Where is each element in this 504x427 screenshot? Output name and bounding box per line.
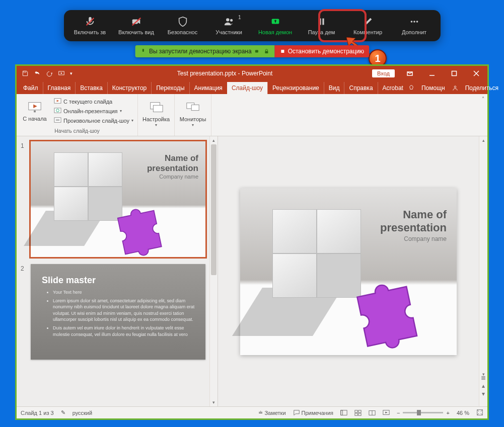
zoom-out-button[interactable]: − xyxy=(397,410,400,416)
redo-icon[interactable] xyxy=(46,70,53,77)
ribbon-display-button[interactable] xyxy=(399,66,421,81)
minimize-button[interactable] xyxy=(421,66,443,81)
from-current-label: С текущего слайда xyxy=(63,99,112,105)
zoom-slider[interactable]: − + xyxy=(397,410,450,416)
save-icon[interactable] xyxy=(22,70,29,77)
fit-window-button[interactable] xyxy=(476,409,483,417)
close-button[interactable] xyxy=(465,66,487,81)
svg-rect-23 xyxy=(34,111,36,113)
collapse-ribbon-icon[interactable]: ˄ xyxy=(482,96,484,102)
share-icon xyxy=(270,16,281,27)
from-current-button[interactable]: С текущего слайда xyxy=(53,97,134,106)
svg-rect-7 xyxy=(322,19,324,25)
thumbnails-scrollbar[interactable]: ▴ ▾ xyxy=(209,136,218,406)
zoom-participants-label: Участники xyxy=(215,29,242,35)
zoom-annotate-label: Комментир xyxy=(353,29,382,35)
custom-slideshow-label: Произвольное слайд-шоу xyxy=(63,118,129,124)
svg-rect-29 xyxy=(153,105,163,112)
language-indicator[interactable]: русский xyxy=(73,410,92,416)
svg-rect-36 xyxy=(355,413,357,415)
zoom-in-button[interactable]: + xyxy=(446,410,449,416)
pen-icon xyxy=(363,16,374,27)
from-beginning-label: С начала xyxy=(23,116,46,122)
zoom-security-label: Безопаснос xyxy=(168,29,197,35)
tab-file[interactable]: Файл xyxy=(19,82,43,94)
zoom-pause-share-button[interactable]: Пауза дем xyxy=(299,12,345,40)
participants-count: 1 xyxy=(238,15,241,20)
svg-rect-35 xyxy=(358,410,361,412)
tab-home[interactable]: Главная xyxy=(43,82,76,94)
svg-rect-31 xyxy=(191,105,199,110)
zoom-video-label: Включить вид xyxy=(118,29,154,35)
svg-point-10 xyxy=(416,21,418,23)
quick-access-toolbar: ▾ xyxy=(17,70,78,77)
zoom-security-button[interactable]: Безопаснос xyxy=(160,12,206,40)
window-controls xyxy=(399,66,487,81)
slide-thumbnail-1[interactable]: 1 Name ofpresentation xyxy=(17,139,209,262)
powerpoint-window: ▾ Test presentation.pptx - PowerPoint Вх… xyxy=(15,64,489,420)
login-button[interactable]: Вход xyxy=(372,69,395,77)
slide-title-line1: Name of xyxy=(403,208,447,221)
notes-button[interactable]: ≐Заметки xyxy=(258,409,285,416)
zoom-video-button[interactable]: Включить вид xyxy=(113,12,160,40)
svg-rect-12 xyxy=(265,51,268,54)
svg-rect-27 xyxy=(54,118,61,122)
setup-label: Настройка xyxy=(142,116,170,122)
thumb1-title-line2: presentation xyxy=(147,163,198,173)
spellcheck-icon[interactable]: ✎ xyxy=(61,409,65,416)
slide-nav-buttons[interactable]: ≣▴▾ xyxy=(479,374,487,397)
slide-canvas[interactable]: Name ofpresentation Company name xyxy=(240,188,457,355)
zoom-participants-button[interactable]: 1 Участники xyxy=(206,12,252,40)
maximize-button[interactable] xyxy=(443,66,465,81)
setup-button[interactable]: Настройка▾ xyxy=(141,100,171,128)
workspace: 1 Name ofpresentation xyxy=(17,136,487,406)
slideshow-quick-icon[interactable] xyxy=(58,70,65,77)
slide-counter: Слайд 1 из 3 xyxy=(21,410,54,416)
online-presentation-button[interactable]: Онлайн-презентация▾ xyxy=(53,107,134,115)
zoom-new-share-button[interactable]: Новая демон xyxy=(252,12,299,40)
editor-scrollbar[interactable]: ▴ ▾ ≣▴▾ xyxy=(479,136,487,406)
tab-design[interactable]: Конструктор xyxy=(107,82,151,94)
monitors-button[interactable]: Мониторы▾ xyxy=(178,100,208,128)
shield-icon xyxy=(177,16,188,27)
tab-review[interactable]: Рецензирование xyxy=(267,82,324,94)
qat-dropdown-icon[interactable]: ▾ xyxy=(70,71,73,76)
tab-insert[interactable]: Вставка xyxy=(75,82,107,94)
slide-subtitle: Company name xyxy=(404,235,447,242)
window-title: Test presentation.pptx - PowerPoint xyxy=(78,70,372,77)
share-button[interactable]: Поделиться xyxy=(461,82,503,94)
tab-acrobat[interactable]: Acrobat xyxy=(378,82,408,94)
monitors-label: Мониторы xyxy=(180,116,206,122)
comments-button[interactable]: Примечания xyxy=(293,409,334,416)
svg-point-3 xyxy=(226,18,229,21)
svg-rect-32 xyxy=(341,410,347,415)
tab-slideshow[interactable]: Слайд-шоу xyxy=(227,82,267,94)
view-normal-button[interactable] xyxy=(340,409,347,416)
zoom-annotate-button[interactable]: Комментир xyxy=(345,12,391,40)
from-beginning-button[interactable]: С начала xyxy=(20,100,50,122)
svg-rect-6 xyxy=(319,19,321,25)
custom-slideshow-button[interactable]: Произвольное слайд-шоу▾ xyxy=(53,116,134,125)
zoom-percent[interactable]: 46 % xyxy=(457,410,469,416)
tab-view[interactable]: Вид xyxy=(324,82,344,94)
people-icon xyxy=(224,16,235,27)
view-slideshow-button[interactable] xyxy=(383,409,390,416)
tab-animations[interactable]: Анимация xyxy=(189,82,227,94)
tab-transitions[interactable]: Переходы xyxy=(151,82,189,94)
share-status: Вы запустили демонстрацию экрана xyxy=(135,45,275,57)
zoom-more-button[interactable]: Дополнит xyxy=(391,12,438,40)
thumb2-title: Slide master xyxy=(42,275,96,286)
view-reading-button[interactable] xyxy=(369,409,376,416)
tab-help[interactable]: Справка xyxy=(344,82,377,94)
view-sorter-button[interactable] xyxy=(354,409,362,416)
tell-me-button[interactable]: Помощн xyxy=(417,82,450,94)
undo-icon[interactable] xyxy=(34,70,41,77)
svg-point-8 xyxy=(410,21,412,23)
zoom-audio-button[interactable]: Включить зв xyxy=(67,12,113,40)
slide-thumbnail-2[interactable]: 2 Slide master Your Text here Lorem ipsu… xyxy=(17,262,209,365)
share-status-text: Вы запустили демонстрацию экрана xyxy=(149,48,252,55)
ribbon: С начала С текущего слайда Онлайн-презен… xyxy=(17,94,487,136)
stop-share-button[interactable]: Остановить демонстрацию xyxy=(275,45,369,57)
puzzle-piece-icon xyxy=(106,202,172,257)
svg-rect-33 xyxy=(341,410,343,415)
